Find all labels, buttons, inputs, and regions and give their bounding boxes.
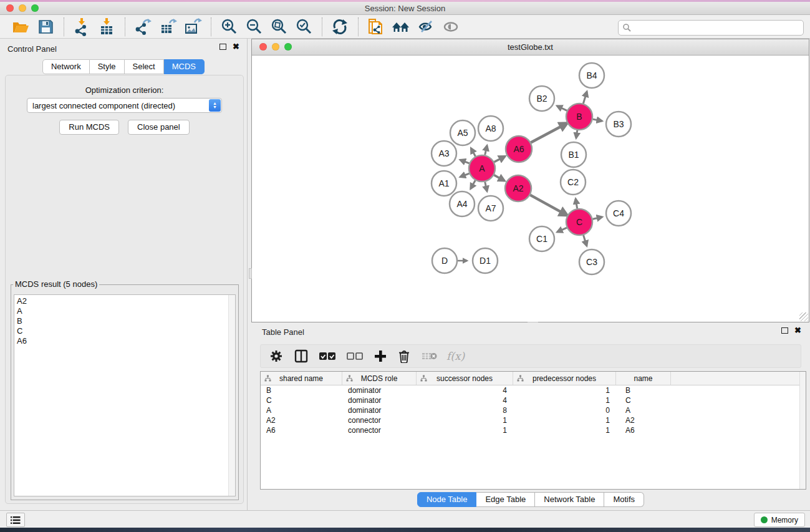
memory-button[interactable]: Memory (754, 513, 805, 527)
mcds-result-item[interactable]: A6 (14, 336, 235, 346)
float-panel-icon[interactable] (219, 44, 226, 50)
title-bar: Session: New Session (0, 2, 810, 15)
table-row[interactable]: Adominator80A (261, 405, 806, 415)
tab-style[interactable]: Style (90, 59, 125, 74)
network-clipboard-icon[interactable] (365, 17, 387, 37)
mcds-result-item[interactable]: C (14, 326, 235, 336)
table-cell: B (616, 386, 671, 395)
deselect-all-icon[interactable] (347, 352, 363, 360)
graph-edge[interactable] (471, 180, 476, 188)
home-icon[interactable] (390, 17, 412, 37)
gear-icon[interactable] (269, 349, 283, 363)
network-canvas[interactable]: B4B2BB3A5A8A6B1A3AC2A1A2A4A7C4CC1C3DD1 (253, 56, 808, 321)
mcds-result-item[interactable]: A2 (14, 296, 235, 306)
table-cell: 1 (513, 426, 616, 435)
graph-edge[interactable] (485, 181, 487, 191)
float-panel-icon[interactable] (781, 327, 788, 334)
graph-edge[interactable] (530, 195, 567, 216)
column-header[interactable]: predecessor nodes (513, 372, 616, 385)
graph-edge[interactable] (531, 123, 567, 142)
column-header[interactable]: successor nodes (417, 372, 513, 385)
column-header[interactable]: MCDS role (342, 372, 417, 385)
show-graphics-icon[interactable] (440, 17, 461, 37)
node-table[interactable]: shared nameMCDS rolesuccessor nodesprede… (260, 371, 806, 490)
graph-edge[interactable] (584, 235, 587, 246)
graph-edge[interactable] (494, 175, 504, 181)
graph-edge[interactable] (557, 106, 567, 111)
mcds-result-item[interactable]: A (14, 306, 235, 316)
graph-node-label: C1 (536, 234, 547, 244)
table-row[interactable]: Cdominator41C (261, 395, 806, 405)
refresh-icon[interactable] (329, 17, 350, 37)
mcds-panel-body: Optimization criterion: largest connecte… (5, 75, 244, 504)
tab-select[interactable]: Select (125, 59, 164, 74)
graph-edge[interactable] (485, 145, 487, 155)
import-network-icon[interactable] (71, 17, 92, 37)
table-cell: A (261, 406, 342, 415)
graph-edge[interactable] (592, 217, 602, 219)
graph-edge[interactable] (576, 130, 577, 138)
export-network-icon[interactable] (132, 17, 153, 37)
select-all-icon[interactable] (319, 352, 335, 360)
zoom-in-icon[interactable] (218, 17, 239, 37)
graph-edge[interactable] (471, 148, 475, 157)
import-table-icon[interactable] (96, 17, 117, 37)
search-field[interactable] (618, 20, 804, 36)
close-panel-icon[interactable]: ✖ (233, 44, 239, 50)
graph-node-label: A7 (485, 203, 496, 213)
mcds-list-scrollbar[interactable] (228, 295, 235, 496)
graph-edge[interactable] (460, 160, 469, 163)
column-header[interactable]: name (616, 372, 671, 385)
mcds-result-item[interactable]: B (14, 316, 235, 326)
hide-graphics-icon[interactable] (415, 17, 436, 37)
table-row[interactable]: A6connector11A6 (261, 425, 806, 435)
table-row[interactable]: Bdominator41B (261, 385, 806, 395)
zoom-out-icon[interactable] (243, 17, 264, 37)
window-resize-grip[interactable] (799, 312, 808, 321)
table-scrollbar[interactable] (799, 372, 806, 489)
node-table-rows: Bdominator41BCdominator41CAdominator80AA… (261, 385, 806, 435)
network-window-titlebar[interactable]: testGlobe.txt (252, 39, 809, 56)
graph-node-label: A6 (513, 144, 524, 154)
graph-edge[interactable] (494, 157, 504, 162)
open-session-icon[interactable] (10, 17, 31, 37)
tab-mcds[interactable]: MCDS (164, 59, 205, 74)
task-history-button[interactable] (6, 513, 25, 527)
close-panel-icon[interactable]: ✖ (794, 327, 801, 334)
table-cell: A2 (616, 416, 671, 425)
delete-column-icon[interactable] (398, 349, 410, 363)
delete-table-icon[interactable] (422, 351, 438, 361)
table-row[interactable]: A2connector11A2 (261, 415, 806, 425)
tab-node-table[interactable]: Node Table (417, 492, 477, 507)
close-panel-button[interactable]: Close panel (128, 120, 190, 135)
column-layout-icon[interactable] (294, 349, 308, 363)
graph-edge[interactable] (583, 92, 587, 104)
column-header[interactable]: shared name (261, 372, 342, 385)
save-session-icon[interactable] (35, 17, 56, 37)
table-cell: 1 (513, 416, 616, 425)
tab-network-table[interactable]: Network Table (535, 492, 604, 507)
export-table-icon[interactable] (157, 17, 178, 37)
graph-node-label: D (441, 256, 448, 266)
export-image-icon[interactable] (182, 17, 203, 37)
graph-node-label: A2 (513, 183, 523, 193)
graph-edge[interactable] (593, 119, 602, 121)
graph-node-label: A4 (456, 199, 467, 209)
zoom-fit-icon[interactable] (268, 17, 289, 37)
graph-edge[interactable] (460, 173, 469, 177)
mcds-result-list-box[interactable]: A2ABCA6 (14, 294, 236, 496)
graph-node-label: B3 (613, 119, 624, 129)
criterion-select[interactable]: largest connected component (directed) ▲… (27, 98, 222, 113)
function-builder-icon[interactable]: f(x) (446, 350, 465, 362)
graph-edge[interactable] (576, 199, 577, 209)
zoom-selected-icon[interactable] (293, 17, 314, 37)
tab-edge-table[interactable]: Edge Table (476, 492, 535, 507)
split-divider-handle[interactable] (249, 268, 252, 279)
graph-edge[interactable] (557, 228, 567, 232)
tab-network[interactable]: Network (42, 59, 90, 74)
run-mcds-button[interactable]: Run MCDS (59, 120, 119, 135)
search-input[interactable] (632, 22, 803, 34)
tab-motifs[interactable]: Motifs (604, 492, 644, 507)
add-column-icon[interactable] (374, 350, 387, 362)
window-title: Session: New Session (0, 4, 810, 13)
